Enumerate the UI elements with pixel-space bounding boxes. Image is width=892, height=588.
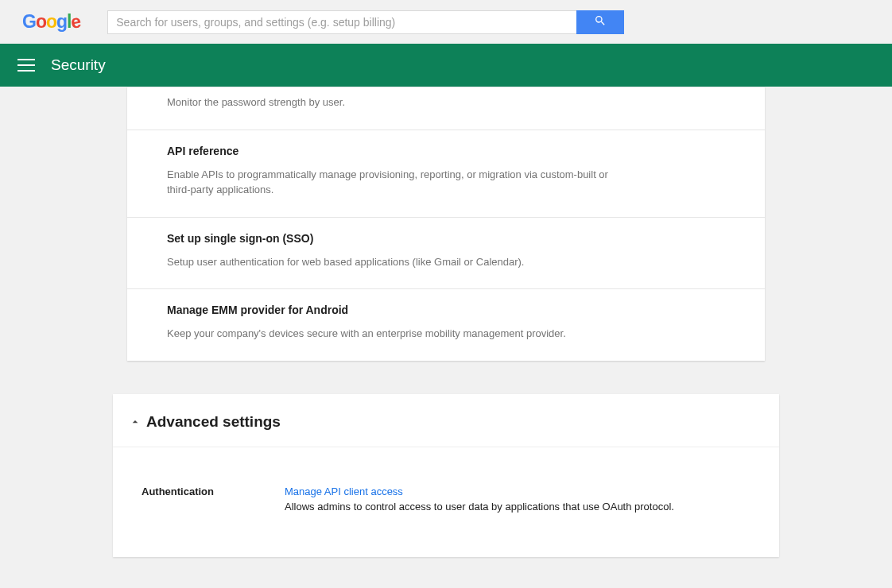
card-title: Manage EMM provider for Android xyxy=(167,304,725,316)
card-desc: Enable APIs to programmatically manage p… xyxy=(167,168,612,198)
card-desc: Setup user authentication for web based … xyxy=(167,255,612,270)
content: Monitor the password strength by user. A… xyxy=(0,87,892,557)
page-title: Security xyxy=(51,56,106,74)
card-desc: Monitor the password strength by user. xyxy=(167,95,612,110)
chevron-up-icon xyxy=(129,416,142,428)
card-sso[interactable]: Set up single sign-on (SSO) Setup user a… xyxy=(127,218,765,290)
advanced-section-desc: Allows admins to control access to user … xyxy=(285,501,757,513)
card-api-reference[interactable]: API reference Enable APIs to programmati… xyxy=(127,130,765,218)
settings-card-list: Monitor the password strength by user. A… xyxy=(127,87,765,361)
card-password-monitoring[interactable]: Monitor the password strength by user. xyxy=(127,87,765,130)
advanced-settings-panel: Advanced settings Authentication Manage … xyxy=(113,394,779,557)
search-button[interactable] xyxy=(576,10,624,34)
search-wrap xyxy=(107,10,624,34)
advanced-section-content: Manage API client access Allows admins t… xyxy=(285,485,757,513)
search-icon xyxy=(594,14,607,29)
card-title: API reference xyxy=(167,145,725,157)
advanced-settings-title: Advanced settings xyxy=(146,413,281,431)
advanced-section-label: Authentication xyxy=(142,485,285,513)
card-title: Set up single sign-on (SSO) xyxy=(167,232,725,245)
top-bar: Google xyxy=(0,0,892,44)
card-desc: Keep your company's devices secure with … xyxy=(167,327,612,342)
menu-icon[interactable] xyxy=(17,59,35,72)
google-logo: Google xyxy=(22,11,80,33)
card-emm[interactable]: Manage EMM provider for Android Keep you… xyxy=(127,289,765,361)
page-header: Security xyxy=(0,44,892,87)
advanced-settings-header[interactable]: Advanced settings xyxy=(113,394,779,447)
search-input[interactable] xyxy=(107,10,576,34)
manage-api-client-access-link[interactable]: Manage API client access xyxy=(285,485,403,497)
advanced-settings-body: Authentication Manage API client access … xyxy=(113,447,779,557)
